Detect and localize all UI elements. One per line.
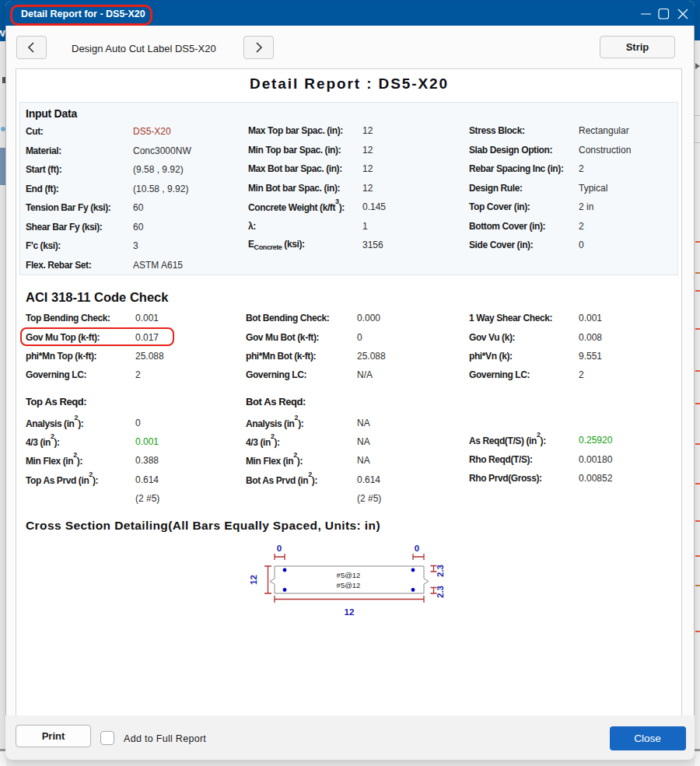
svg-text:2.3: 2.3 [436,586,445,598]
svg-text:2.3: 2.3 [436,565,445,577]
svg-text:#5@12: #5@12 [337,581,361,589]
svg-text:#5@12: #5@12 [337,571,361,579]
svg-text:12: 12 [345,607,355,617]
svg-text:12: 12 [249,575,258,585]
svg-text:0: 0 [415,544,419,553]
svg-text:0: 0 [277,544,282,553]
